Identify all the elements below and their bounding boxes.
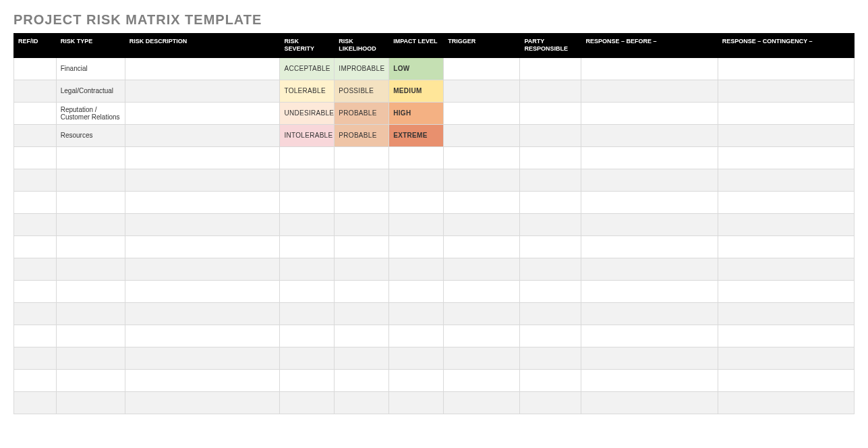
cell-type[interactable]: Reputation / Customer Relations (56, 102, 125, 124)
cell-type[interactable] (56, 347, 125, 369)
cell-party[interactable] (520, 213, 581, 235)
cell-contingency[interactable] (718, 235, 854, 258)
cell-party[interactable] (520, 80, 581, 102)
cell-before[interactable] (581, 191, 718, 213)
cell-type[interactable] (56, 235, 125, 258)
cell-severity[interactable] (280, 325, 335, 347)
cell-impact[interactable]: EXTREME (389, 124, 444, 146)
cell-desc[interactable] (125, 102, 280, 124)
cell-refid[interactable] (14, 280, 57, 302)
cell-severity[interactable] (280, 302, 335, 325)
cell-severity[interactable] (280, 235, 335, 258)
cell-party[interactable] (520, 57, 581, 80)
cell-trigger[interactable] (444, 57, 520, 80)
cell-party[interactable] (520, 302, 581, 325)
cell-trigger[interactable] (444, 280, 520, 302)
cell-contingency[interactable] (718, 124, 854, 146)
cell-party[interactable] (520, 325, 581, 347)
cell-before[interactable] (581, 258, 718, 280)
cell-refid[interactable] (14, 191, 57, 213)
cell-contingency[interactable] (718, 102, 854, 124)
cell-severity[interactable]: ACCEPTABLE (280, 57, 335, 80)
cell-party[interactable] (520, 258, 581, 280)
cell-severity[interactable]: INTOLERABLE (280, 124, 335, 146)
cell-likelihood[interactable] (335, 191, 389, 213)
cell-desc[interactable] (125, 391, 280, 414)
cell-party[interactable] (520, 235, 581, 258)
cell-desc[interactable] (125, 169, 280, 191)
cell-before[interactable] (581, 280, 718, 302)
cell-contingency[interactable] (718, 302, 854, 325)
cell-desc[interactable] (125, 369, 280, 391)
cell-severity[interactable] (280, 169, 335, 191)
cell-trigger[interactable] (444, 369, 520, 391)
cell-impact[interactable] (389, 347, 444, 369)
cell-impact[interactable]: HIGH (389, 102, 444, 124)
cell-contingency[interactable] (718, 146, 854, 169)
cell-impact[interactable] (389, 169, 444, 191)
cell-desc[interactable] (125, 191, 280, 213)
cell-likelihood[interactable] (335, 213, 389, 235)
cell-contingency[interactable] (718, 57, 854, 80)
cell-desc[interactable] (125, 325, 280, 347)
cell-type[interactable] (56, 325, 125, 347)
cell-before[interactable] (581, 391, 718, 414)
cell-party[interactable] (520, 102, 581, 124)
cell-desc[interactable] (125, 347, 280, 369)
cell-before[interactable] (581, 213, 718, 235)
cell-type[interactable]: Financial (56, 57, 125, 80)
cell-severity[interactable]: UNDESIRABLE (280, 102, 335, 124)
cell-party[interactable] (520, 169, 581, 191)
cell-refid[interactable] (14, 347, 57, 369)
cell-refid[interactable] (14, 369, 57, 391)
cell-type[interactable]: Resources (56, 124, 125, 146)
cell-desc[interactable] (125, 280, 280, 302)
cell-trigger[interactable] (444, 146, 520, 169)
cell-before[interactable] (581, 80, 718, 102)
cell-impact[interactable] (389, 258, 444, 280)
cell-impact[interactable] (389, 369, 444, 391)
cell-type[interactable] (56, 191, 125, 213)
cell-impact[interactable] (389, 146, 444, 169)
cell-desc[interactable] (125, 213, 280, 235)
cell-refid[interactable] (14, 235, 57, 258)
cell-impact[interactable]: LOW (389, 57, 444, 80)
cell-trigger[interactable] (444, 347, 520, 369)
cell-party[interactable] (520, 280, 581, 302)
cell-impact[interactable] (389, 325, 444, 347)
cell-contingency[interactable] (718, 169, 854, 191)
cell-refid[interactable] (14, 124, 57, 146)
cell-type[interactable]: Legal/Contractual (56, 80, 125, 102)
cell-severity[interactable] (280, 258, 335, 280)
cell-trigger[interactable] (444, 102, 520, 124)
cell-likelihood[interactable] (335, 391, 389, 414)
cell-refid[interactable] (14, 169, 57, 191)
cell-likelihood[interactable] (335, 280, 389, 302)
cell-likelihood[interactable] (335, 169, 389, 191)
cell-likelihood[interactable] (335, 302, 389, 325)
cell-severity[interactable] (280, 280, 335, 302)
cell-type[interactable] (56, 369, 125, 391)
cell-contingency[interactable] (718, 391, 854, 414)
cell-contingency[interactable] (718, 347, 854, 369)
cell-before[interactable] (581, 235, 718, 258)
cell-type[interactable] (56, 280, 125, 302)
cell-before[interactable] (581, 169, 718, 191)
cell-likelihood[interactable] (335, 347, 389, 369)
cell-party[interactable] (520, 391, 581, 414)
cell-likelihood[interactable]: IMPROBABLE (335, 57, 389, 80)
cell-refid[interactable] (14, 80, 57, 102)
cell-likelihood[interactable] (335, 369, 389, 391)
cell-impact[interactable] (389, 235, 444, 258)
cell-before[interactable] (581, 369, 718, 391)
cell-likelihood[interactable] (335, 146, 389, 169)
cell-impact[interactable] (389, 280, 444, 302)
cell-severity[interactable] (280, 213, 335, 235)
cell-party[interactable] (520, 369, 581, 391)
cell-desc[interactable] (125, 80, 280, 102)
cell-trigger[interactable] (444, 213, 520, 235)
cell-impact[interactable] (389, 191, 444, 213)
cell-contingency[interactable] (718, 369, 854, 391)
cell-contingency[interactable] (718, 258, 854, 280)
cell-trigger[interactable] (444, 169, 520, 191)
